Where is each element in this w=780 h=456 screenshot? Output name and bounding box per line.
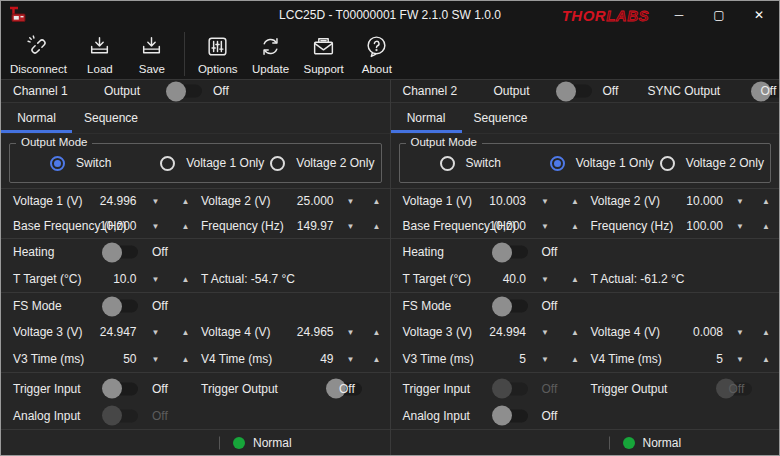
voltage34-row: Voltage 3 (V) 24.947 ▼ ▲ Voltage 4 (V) 2… [1, 319, 390, 345]
analog-input-label: Analog Input [13, 409, 80, 423]
status-divider [219, 436, 220, 449]
tab-normal[interactable]: Normal [391, 103, 462, 133]
spin-down-icon[interactable]: ▼ [144, 274, 168, 283]
status-divider [609, 436, 610, 449]
base-frequency-value[interactable]: 10,000 [456, 219, 526, 233]
spin-down-icon[interactable]: ▼ [533, 328, 557, 337]
tab-normal[interactable]: Normal [1, 103, 72, 133]
spin-up-icon[interactable]: ▲ [174, 354, 198, 363]
voltage3-value[interactable]: 24.994 [456, 325, 526, 339]
output-mode-group: Output Mode Switch Voltage 1 Only Voltag… [399, 143, 772, 183]
heating-toggle[interactable] [104, 246, 138, 259]
disconnect-icon [26, 34, 51, 62]
voltage1-value[interactable]: 10.003 [456, 194, 526, 208]
radio-switch[interactable]: Switch [50, 156, 160, 171]
spin-down-icon[interactable]: ▼ [339, 221, 363, 230]
voltage3-value[interactable]: 24.947 [67, 325, 137, 339]
save-button[interactable]: Save [126, 29, 178, 79]
fs-mode-row: FS Mode Off [391, 293, 780, 319]
spin-down-icon[interactable]: ▼ [144, 221, 168, 230]
spin-up-icon[interactable]: ▲ [754, 354, 778, 363]
t-target-row: T Target (°C) 40.0 ▼ ▲ T Actual: -61.2 °… [391, 266, 780, 293]
support-button[interactable]: Support [297, 29, 351, 79]
voltage2-value[interactable]: 25.000 [264, 194, 334, 208]
v3-time-value[interactable]: 50 [67, 352, 137, 366]
spin-up-icon[interactable]: ▲ [174, 221, 198, 230]
frequency-value[interactable]: 100.00 [653, 219, 723, 233]
spin-up-icon[interactable]: ▲ [365, 328, 389, 337]
voltage2-value[interactable]: 10.000 [653, 194, 723, 208]
spin-up-icon[interactable]: ▲ [174, 274, 198, 283]
spin-down-icon[interactable]: ▼ [339, 328, 363, 337]
spin-down-icon[interactable]: ▼ [533, 274, 557, 283]
trigger-output-state: Off [339, 382, 355, 396]
spin-up-icon[interactable]: ▲ [563, 197, 587, 206]
trigger-input-state: Off [152, 382, 168, 396]
close-button[interactable]: ✕ [739, 1, 779, 29]
radio-icon [270, 156, 285, 171]
tab-sequence[interactable]: Sequence [72, 103, 150, 133]
spin-down-icon[interactable]: ▼ [533, 221, 557, 230]
radio-voltage2-only[interactable]: Voltage 2 Only [270, 156, 380, 171]
spin-down-icon[interactable]: ▼ [728, 221, 752, 230]
about-button[interactable]: About [351, 29, 403, 79]
fs-mode-toggle[interactable] [494, 300, 528, 313]
disconnect-button[interactable]: Disconnect [3, 29, 74, 79]
maximize-button[interactable]: ▢ [699, 1, 739, 29]
fs-mode-state: Off [152, 299, 168, 313]
spin-up-icon[interactable]: ▲ [563, 221, 587, 230]
v4-time-value[interactable]: 5 [653, 352, 723, 366]
analog-input-state: Off [542, 409, 558, 423]
analog-input-state: Off [152, 409, 168, 423]
spin-down-icon[interactable]: ▼ [728, 354, 752, 363]
spin-up-icon[interactable]: ▲ [754, 221, 778, 230]
spin-down-icon[interactable]: ▼ [728, 328, 752, 337]
heating-state: Off [152, 245, 168, 259]
analog-input-toggle[interactable] [494, 409, 528, 422]
v3-time-value[interactable]: 5 [456, 352, 526, 366]
voltage1-value[interactable]: 24.996 [67, 194, 137, 208]
spin-up-icon[interactable]: ▲ [563, 274, 587, 283]
spin-up-icon[interactable]: ▲ [563, 354, 587, 363]
support-icon [311, 34, 336, 62]
fs-mode-toggle[interactable] [104, 300, 138, 313]
spin-up-icon[interactable]: ▲ [174, 197, 198, 206]
spin-up-icon[interactable]: ▲ [365, 197, 389, 206]
spin-down-icon[interactable]: ▼ [339, 197, 363, 206]
radio-voltage1-only[interactable]: Voltage 1 Only [550, 156, 660, 171]
radio-switch[interactable]: Switch [440, 156, 550, 171]
load-button[interactable]: Load [74, 29, 126, 79]
options-button[interactable]: Options [191, 29, 245, 79]
voltage4-value[interactable]: 0.008 [653, 325, 723, 339]
spin-up-icon[interactable]: ▲ [365, 354, 389, 363]
trigger-input-toggle[interactable] [104, 382, 138, 395]
spin-up-icon[interactable]: ▲ [754, 328, 778, 337]
spin-up-icon[interactable]: ▲ [174, 328, 198, 337]
radio-voltage2-only[interactable]: Voltage 2 Only [660, 156, 770, 171]
spin-down-icon[interactable]: ▼ [533, 354, 557, 363]
heating-toggle[interactable] [494, 246, 528, 259]
spin-up-icon[interactable]: ▲ [754, 197, 778, 206]
v4-time-value[interactable]: 49 [264, 352, 334, 366]
spin-up-icon[interactable]: ▲ [365, 221, 389, 230]
voltage4-value[interactable]: 24.965 [264, 325, 334, 339]
save-icon [139, 34, 164, 62]
update-button[interactable]: Update [245, 29, 297, 79]
spin-down-icon[interactable]: ▼ [144, 354, 168, 363]
t-target-value[interactable]: 40.0 [456, 272, 526, 286]
t-target-value[interactable]: 10.0 [67, 272, 137, 286]
base-frequency-value[interactable]: 10,000 [67, 219, 137, 233]
spin-down-icon[interactable]: ▼ [728, 197, 752, 206]
spin-down-icon[interactable]: ▼ [144, 328, 168, 337]
output-toggle[interactable] [558, 85, 592, 98]
radio-voltage1-only[interactable]: Voltage 1 Only [160, 156, 270, 171]
spin-down-icon[interactable]: ▼ [144, 197, 168, 206]
spin-up-icon[interactable]: ▲ [563, 328, 587, 337]
spin-down-icon[interactable]: ▼ [533, 197, 557, 206]
frequency-value[interactable]: 149.97 [264, 219, 334, 233]
spin-down-icon[interactable]: ▼ [339, 354, 363, 363]
tab-sequence[interactable]: Sequence [462, 103, 540, 133]
output-toggle[interactable] [168, 85, 202, 98]
minimize-button[interactable]: ─ [659, 1, 699, 29]
about-icon [364, 34, 389, 62]
